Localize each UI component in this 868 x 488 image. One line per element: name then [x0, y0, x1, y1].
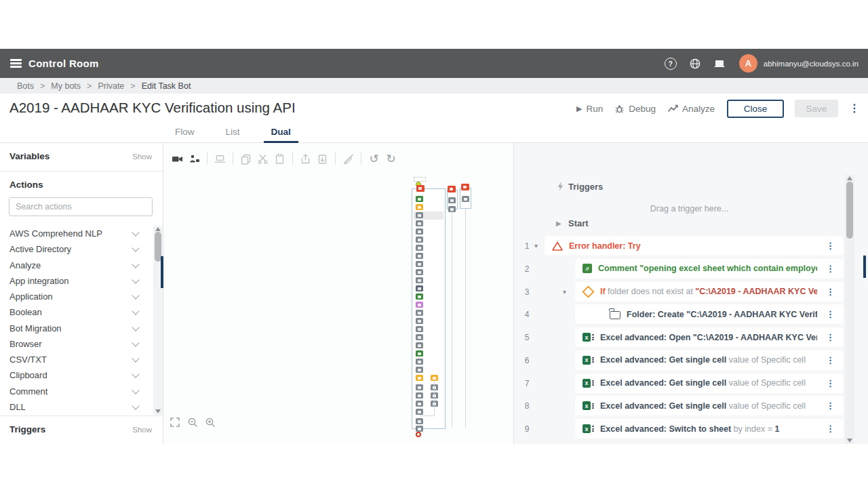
close-button[interactable]: Close [727, 100, 784, 118]
device-icon[interactable] [712, 56, 727, 71]
variables-show-button[interactable]: Show [132, 152, 152, 161]
flow-node[interactable] [416, 253, 423, 259]
flow-node[interactable] [462, 196, 469, 202]
flow-node[interactable] [416, 350, 423, 357]
flow-node[interactable] [416, 401, 423, 407]
avatar[interactable]: A [739, 54, 757, 73]
flow-node[interactable] [448, 197, 456, 203]
flow-node[interactable] [416, 359, 423, 365]
list-item[interactable]: xExcel advanced: Get single cell value o… [575, 350, 844, 370]
zoom-in-icon[interactable] [205, 417, 216, 428]
undo-icon[interactable]: ↺ [368, 153, 380, 165]
hamburger-menu-icon[interactable] [10, 58, 22, 70]
category-boolean[interactable]: Boolean [0, 304, 153, 320]
scroll-down-icon[interactable] [847, 439, 852, 443]
flow-node[interactable] [416, 285, 423, 291]
flow-node[interactable] [416, 237, 423, 243]
breadcrumb-item[interactable]: Bots [17, 81, 34, 91]
tab-dual[interactable]: Dual [264, 123, 298, 143]
flow-node[interactable] [416, 261, 423, 267]
analyze-button[interactable]: Analyze [667, 104, 715, 114]
row-menu-button[interactable]: ⋮ [817, 264, 844, 274]
start-group-label[interactable]: Start [568, 218, 589, 228]
category-aws-comprehend-nlp[interactable]: AWS Comprehend NLP [0, 226, 153, 241]
category-clipboard[interactable]: Clipboard [0, 367, 153, 383]
scroll-up-icon[interactable] [847, 176, 852, 180]
redo-icon[interactable]: ↻ [385, 153, 397, 165]
breadcrumb-item[interactable]: Edit Task Bot [142, 81, 191, 91]
flow-node[interactable] [416, 212, 423, 218]
category-csv-txt[interactable]: CSV/TXT [0, 352, 153, 367]
user-email[interactable]: abhimanyu@cloudsys.co.in [764, 60, 859, 68]
flow-node[interactable] [416, 375, 423, 381]
row-menu-button[interactable]: ⋮ [817, 378, 844, 388]
flow-node[interactable] [416, 418, 423, 424]
category-application[interactable]: Application [0, 289, 153, 304]
pen-disabled-icon[interactable] [342, 153, 354, 165]
row-menu-button[interactable]: ⋮ [817, 332, 844, 342]
flow-error-node[interactable] [461, 184, 469, 190]
fit-to-screen-icon[interactable] [170, 417, 180, 428]
row-menu-button[interactable]: ⋮ [817, 355, 844, 365]
run-button[interactable]: ▶ Run [576, 104, 603, 114]
flow-node[interactable] [416, 228, 423, 235]
category-dll[interactable]: DLL [0, 399, 153, 415]
cut-icon[interactable] [257, 153, 269, 165]
zoom-out-icon[interactable] [187, 417, 198, 428]
category-app-integration[interactable]: App integration [0, 273, 153, 289]
flow-node[interactable] [416, 426, 423, 432]
flow-node[interactable] [416, 318, 423, 324]
flow-node[interactable] [416, 334, 423, 340]
search-actions-input[interactable] [9, 197, 153, 216]
list-item[interactable]: Folder: Create "C:\A2019 - AADHAAR KYC V… [575, 304, 844, 324]
flow-node[interactable] [416, 367, 423, 373]
breadcrumb-item[interactable]: My bots [51, 81, 81, 91]
category-comment[interactable]: Comment [0, 384, 153, 399]
list-item[interactable]: xExcel advanced: Get single cell value o… [575, 396, 844, 415]
right-splitter-handle[interactable] [863, 256, 866, 278]
record-icon[interactable] [172, 153, 183, 165]
more-options-button[interactable]: ⋮ [849, 103, 860, 114]
flow-error-node[interactable] [416, 185, 425, 192]
list-scrollbar[interactable] [845, 175, 854, 444]
breadcrumb-item[interactable]: Private [98, 81, 124, 91]
save-button[interactable]: Save [795, 100, 838, 117]
triggers-group-label[interactable]: Triggers [568, 182, 603, 192]
row-menu-button[interactable]: ⋮ [817, 424, 844, 434]
flow-node[interactable] [416, 409, 423, 415]
row-chevron-icon[interactable]: ▾ [563, 288, 566, 296]
row-chevron-icon[interactable]: ▾ [534, 242, 538, 249]
flow-node[interactable] [416, 204, 423, 210]
triggers-show-button[interactable]: Show [132, 426, 152, 434]
upload-icon[interactable] [300, 153, 311, 165]
flow-node[interactable] [416, 342, 423, 348]
list-item[interactable]: If folder does not exist at "C:\A2019 - … [575, 282, 844, 302]
flow-node[interactable] [416, 220, 423, 226]
copy-icon[interactable] [240, 153, 252, 165]
list-scroll-thumb[interactable] [846, 182, 853, 239]
flow-node[interactable] [416, 269, 423, 275]
tab-flow[interactable]: Flow [167, 123, 202, 143]
list-item[interactable]: //Comment "opening excel sheet which con… [575, 259, 844, 279]
scroll-down-icon[interactable] [155, 409, 161, 413]
debug-button[interactable]: Debug [614, 104, 656, 114]
row-menu-button[interactable]: ⋮ [817, 309, 844, 319]
help-icon[interactable]: ? [663, 56, 678, 71]
flow-node[interactable] [416, 277, 423, 283]
flow-node[interactable] [416, 326, 423, 332]
flow-node[interactable] [416, 310, 423, 316]
download-icon[interactable] [317, 153, 328, 165]
scroll-up-icon[interactable] [155, 227, 161, 231]
list-item[interactable]: xExcel advanced: Switch to sheet by inde… [575, 419, 844, 439]
flow-node[interactable] [416, 392, 423, 399]
flow-canvas[interactable]: ↺ ↻ [163, 143, 514, 444]
category-analyze[interactable]: Analyze [0, 258, 153, 273]
flow-node[interactable] [416, 196, 423, 202]
sidebar-scrollbar[interactable] [153, 226, 163, 415]
list-item[interactable]: xExcel advanced: Open "C:\A2019 - AADHAA… [575, 327, 844, 347]
flow-node[interactable] [416, 293, 423, 300]
list-item[interactable]: xExcel advanced: Get single cell value o… [575, 373, 844, 393]
flow-node[interactable] [416, 302, 423, 308]
row-menu-button[interactable]: ⋮ [817, 241, 844, 251]
paste-icon[interactable] [274, 153, 285, 165]
